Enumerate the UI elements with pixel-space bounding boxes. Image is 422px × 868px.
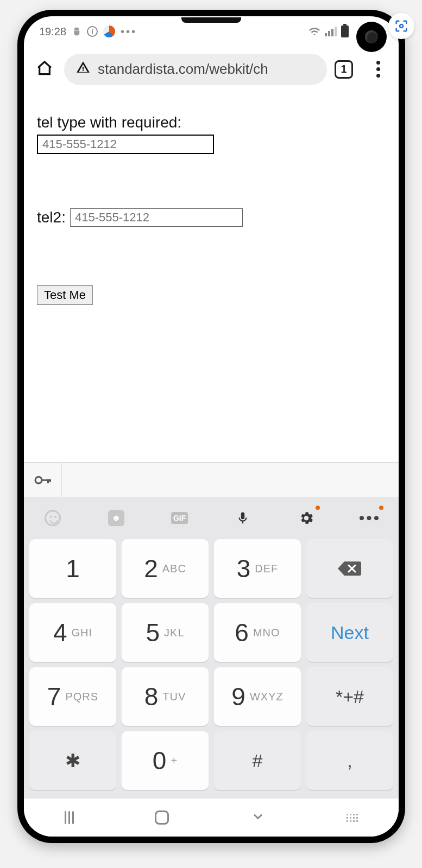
tel2-label: tel2: (37, 209, 66, 226)
keyboard-settings-icon[interactable] (295, 507, 318, 529)
keyboard-suggestion-strip (24, 462, 399, 497)
soft-keyboard: ☻ GIF ••• 12ABC3DEF4GHI5JKL6MNONext7PQRS… (24, 497, 399, 799)
key-symbol-3-0[interactable]: ✱ (29, 731, 116, 790)
insecure-site-icon (76, 60, 90, 78)
key-symbol-3-3[interactable]: , (306, 731, 393, 790)
key-2[interactable]: 2ABC (122, 539, 209, 598)
phone-frame: 19:28 i ••• (17, 10, 405, 843)
front-camera (356, 22, 387, 52)
nav-back-button[interactable] (250, 809, 266, 826)
home-button[interactable] (33, 60, 56, 79)
svg-rect-3 (47, 479, 49, 483)
tab-count: 1 (341, 63, 347, 75)
key-3[interactable]: 3DEF (214, 539, 301, 598)
android-icon (72, 27, 81, 36)
key-0[interactable]: 0+ (122, 731, 209, 790)
info-icon: i (87, 26, 98, 37)
more-notifications-icon: ••• (121, 25, 137, 38)
page-content: tel type with required: tel2: Test Me (24, 92, 399, 462)
key-backspace[interactable] (306, 539, 393, 598)
screenshot-capture-icon[interactable] (388, 13, 414, 39)
tel2-input[interactable] (70, 208, 243, 227)
key-8[interactable]: 8TUV (122, 667, 209, 726)
svg-point-0 (400, 24, 403, 28)
browser-toolbar: standardista.com/webkit/ch 1 (24, 47, 399, 92)
sticker-icon[interactable]: ☻ (105, 507, 128, 529)
tel1-label: tel type with required: (37, 114, 386, 131)
svg-point-1 (35, 477, 42, 483)
nav-home-button[interactable] (155, 810, 169, 825)
mic-icon[interactable] (231, 507, 254, 529)
key-1[interactable]: 1 (29, 539, 116, 598)
tabs-button[interactable]: 1 (335, 60, 358, 79)
key-symbol-3-2[interactable]: # (214, 731, 301, 790)
key-7[interactable]: 7PQRS (29, 667, 116, 726)
svg-rect-4 (49, 479, 51, 482)
test-me-button[interactable]: Test Me (37, 285, 93, 305)
key-4[interactable]: 4GHI (29, 603, 116, 662)
clock-text: 19:28 (39, 25, 66, 38)
signal-icon (325, 27, 337, 36)
speaker-grill (181, 17, 241, 23)
battery-icon (341, 25, 349, 37)
key-9[interactable]: 9WXYZ (214, 667, 301, 726)
system-nav-bar (24, 799, 399, 837)
url-bar[interactable]: standardista.com/webkit/ch (64, 54, 327, 85)
keyboard-toolbar: ☻ GIF ••• (29, 507, 393, 539)
key-symbol-2-3[interactable]: *+# (306, 667, 393, 726)
svg-rect-2 (41, 479, 51, 481)
keyboard-more-icon[interactable]: ••• (358, 507, 381, 529)
tel1-input[interactable] (37, 135, 214, 154)
key-next[interactable]: Next (306, 603, 393, 662)
swirl-icon (103, 25, 115, 37)
nav-keyboard-switch-button[interactable] (347, 814, 358, 822)
key-5[interactable]: 5JKL (122, 603, 209, 662)
nav-recents-button[interactable] (65, 811, 74, 824)
browser-menu-button[interactable] (366, 61, 390, 78)
wifi-icon (308, 25, 320, 37)
phone-screen: 19:28 i ••• (24, 16, 399, 837)
emoji-icon[interactable] (41, 507, 64, 529)
gif-icon[interactable]: GIF (168, 507, 191, 529)
key-6[interactable]: 6MNO (214, 603, 301, 662)
url-text: standardista.com/webkit/ch (98, 61, 268, 78)
password-key-icon[interactable] (24, 463, 62, 497)
